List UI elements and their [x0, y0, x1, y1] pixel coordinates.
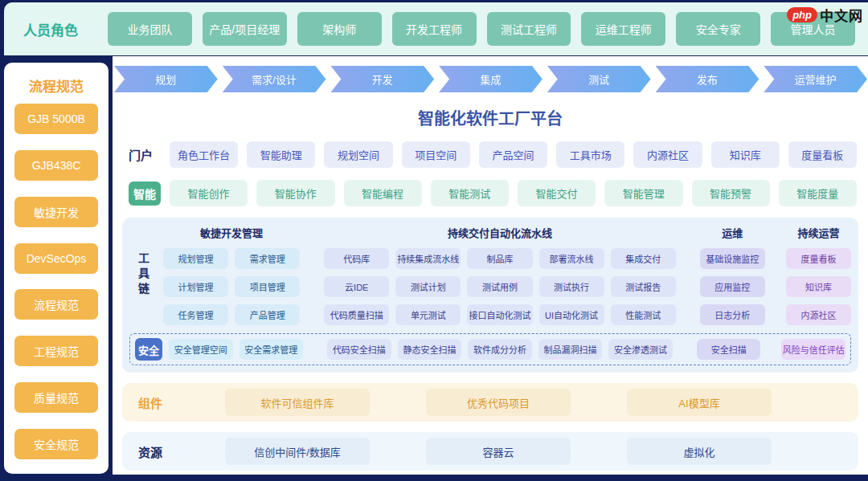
sidebar-item-engineering-spec[interactable]: 工程规范 [14, 336, 98, 366]
portal-item-ai-assistant[interactable]: 智能助理 [247, 141, 315, 168]
ai-item-creation[interactable]: 智能创作 [170, 180, 248, 206]
toolchain-row-2: 计划管理 项目管理 云IDE 测试计划 测试用例 测试执行 测试报告 应用监控 … [163, 276, 851, 297]
security-cell-code-security-scan[interactable]: 代码安全扫描 [327, 339, 391, 360]
ai-item-management[interactable]: 智能管理 [604, 180, 682, 206]
page: 人员角色 业务团队 产品/项目经理 架构师 开发工程师 测试工程师 运维工程师 … [0, 0, 868, 481]
ai-item-coding[interactable]: 智能编程 [344, 180, 422, 206]
toolchain-cell-plan-mgmt[interactable]: 计划管理 [163, 276, 228, 297]
toolchain-cell-innersource-community[interactable]: 内源社区 [786, 304, 851, 325]
ai-row: 智能 智能创作 智能协作 智能编程 智能测试 智能交付 智能管理 智能预警 智能… [129, 180, 857, 206]
main-panel: 规划 需求/设计 开发 集成 测试 发布 运营维护 智能化软件工厂平台 门户 角… [113, 56, 868, 475]
portal-item-metrics-dashboard[interactable]: 度量看板 [788, 141, 857, 168]
flow-stage-integration: 集成 [439, 66, 542, 92]
toolchain-headers: 敏捷开发管理 持续交付自动化流水线 运维 持续运营 [163, 225, 851, 241]
toolchain-cell-ui-auto-test[interactable]: UI自动化测试 [539, 304, 604, 325]
role-button-product-manager[interactable]: 产品/项目经理 [203, 12, 287, 46]
resource-item-xinchuang-middleware-db[interactable]: 信创中间件/数据库 [225, 438, 370, 465]
resource-item-virtualization[interactable]: 虚拟化 [627, 438, 772, 465]
toolchain-cell-ci-pipeline[interactable]: 持续集成流水线 [395, 248, 461, 269]
components-row-label: 组件 [138, 394, 170, 411]
toolchain-cell-performance-test[interactable]: 性能测试 [611, 304, 676, 325]
flow-stage-release: 发布 [656, 66, 760, 92]
role-button-dev-engineer[interactable]: 开发工程师 [392, 12, 477, 46]
toolchain-cell-api-auto-test[interactable]: 接口自动化测试 [467, 304, 532, 325]
sidebar-item-security-spec[interactable]: 安全规范 [14, 429, 98, 459]
ai-item-metrics[interactable]: 智能度量 [779, 180, 857, 206]
role-button-ops-engineer[interactable]: 运维工程师 [581, 12, 665, 46]
toolchain-cell-artifact-repo[interactable]: 制品库 [467, 248, 532, 269]
security-cell-sca[interactable]: 软件成分分析 [468, 339, 532, 360]
toolchain-cell-unit-test[interactable]: 单元测试 [395, 304, 461, 325]
sidebar-item-process-spec[interactable]: 流程规范 [14, 289, 98, 320]
toolchain-cell-product-mgmt[interactable]: 产品管理 [235, 304, 300, 325]
toolchain-cell-app-monitoring[interactable]: 应用监控 [700, 276, 765, 297]
component-item-ai-model-lib[interactable]: AI模型库 [627, 389, 772, 416]
components-row: 组件 软件可信组件库 优秀代码项目 AI模型库 [122, 383, 858, 422]
sidebar-item-gjb438c[interactable]: GJB438C [14, 150, 98, 181]
toolchain-cell-test-case[interactable]: 测试用例 [467, 276, 532, 297]
toolchain-cell-test-plan[interactable]: 测试计划 [395, 276, 461, 297]
portal-item-planning-space[interactable]: 规划空间 [324, 141, 392, 168]
toolchain-cell-integration-delivery[interactable]: 集成交付 [611, 248, 676, 269]
security-cell-security-scan[interactable]: 安全扫描 [697, 339, 761, 360]
toolchain-row-1: 规划管理 需求管理 代码库 持续集成流水线 制品库 部署流水线 集成交付 基础设… [163, 248, 851, 269]
toolchain-cell-task-mgmt[interactable]: 任务管理 [163, 304, 228, 325]
ai-item-testing[interactable]: 智能测试 [431, 180, 509, 206]
security-badge: 安全 [135, 338, 162, 361]
toolchain-cell-knowledge-base[interactable]: 知识库 [786, 276, 851, 297]
component-item-trusted-component-lib[interactable]: 软件可信组件库 [225, 389, 370, 416]
toolchain-vertical-label: 工具链 [129, 225, 157, 325]
security-cells: 安全管理空间 安全需求管理 代码安全扫描 静态安全扫描 软件成分分析 制品漏洞扫… [169, 339, 845, 360]
platform-title: 智能化软件工厂平台 [113, 106, 868, 129]
role-button-security-expert[interactable]: 安全专家 [676, 12, 760, 46]
security-cell-security-req-mgmt[interactable]: 安全需求管理 [240, 339, 304, 360]
toolchain-cell-test-report[interactable]: 测试报告 [611, 276, 676, 297]
ai-item-alerting[interactable]: 智能预警 [692, 180, 770, 206]
sidebar-item-gjb5000b[interactable]: GJB 5000B [14, 104, 98, 134]
header-continuous-ops: 持续运营 [786, 225, 851, 241]
sidebar-item-quality-spec[interactable]: 质量规范 [14, 382, 98, 413]
role-button-architect[interactable]: 架构师 [297, 12, 382, 46]
security-cell-artifact-vuln-scan[interactable]: 制品漏洞扫描 [538, 339, 603, 360]
toolchain-cell-requirements-mgmt[interactable]: 需求管理 [235, 248, 300, 269]
portal-item-knowledge-base[interactable]: 知识库 [711, 141, 780, 168]
ai-row-badge: 智能 [129, 181, 161, 206]
site-logo[interactable]: php 中文网 [787, 5, 863, 25]
toolchain-cell-code-repo[interactable]: 代码库 [324, 248, 389, 269]
toolchain-cell-code-quality-scan[interactable]: 代码质量扫描 [324, 304, 389, 325]
sidebar-title: 流程规范 [14, 75, 98, 96]
toolchain-cell-metrics-dashboard[interactable]: 度量看板 [786, 248, 851, 269]
flow-stage-planning: 规划 [114, 66, 218, 92]
sidebar-item-agile-dev[interactable]: 敏捷开发 [14, 197, 98, 227]
role-button-test-engineer[interactable]: 测试工程师 [487, 12, 571, 46]
toolchain-cell-infra-monitoring[interactable]: 基础设施监控 [700, 248, 765, 269]
toolchain-cell-deploy-pipeline[interactable]: 部署流水线 [539, 248, 604, 269]
sidebar-item-devsecops[interactable]: DevSecOps [14, 243, 98, 274]
header-ops: 运维 [700, 225, 765, 241]
resource-item-container-cloud[interactable]: 容器云 [426, 438, 571, 465]
resources-row: 资源 信创中间件/数据库 容器云 虚拟化 [122, 432, 858, 471]
security-cell-static-security-scan[interactable]: 静态安全扫描 [398, 339, 462, 360]
toolchain-cell-project-mgmt[interactable]: 项目管理 [235, 276, 300, 297]
portal-item-project-space[interactable]: 项目空间 [402, 141, 470, 168]
flow-stage-testing: 测试 [547, 66, 651, 92]
portal-row: 门户 角色工作台 智能助理 规划空间 项目空间 产品空间 工具市场 内源社区 知… [129, 141, 857, 168]
roles-bar: 人员角色 业务团队 产品/项目经理 架构师 开发工程师 测试工程师 运维工程师 … [4, 2, 868, 55]
security-cell-security-mgmt-space[interactable]: 安全管理空间 [169, 339, 233, 360]
portal-item-tool-market[interactable]: 工具市场 [556, 141, 624, 168]
ai-item-delivery[interactable]: 智能交付 [518, 180, 596, 206]
portal-row-label: 门户 [129, 146, 161, 163]
portal-item-innersource-community[interactable]: 内源社区 [633, 141, 702, 168]
portal-item-role-workbench[interactable]: 角色工作台 [170, 141, 238, 168]
ai-item-collaboration[interactable]: 智能协作 [256, 180, 334, 206]
toolchain-cell-planning-mgmt[interactable]: 规划管理 [163, 248, 228, 269]
toolchain-cell-log-analysis[interactable]: 日志分析 [700, 304, 765, 325]
portal-item-product-space[interactable]: 产品空间 [479, 141, 547, 168]
site-logo-text: 中文网 [820, 5, 863, 25]
security-cell-risk-trust-eval[interactable]: 风险与信任评估 [781, 339, 845, 360]
role-button-business-team[interactable]: 业务团队 [108, 12, 192, 46]
security-cell-pentest[interactable]: 安全渗透测试 [608, 339, 673, 360]
component-item-excellent-code-projects[interactable]: 优秀代码项目 [426, 389, 571, 416]
toolchain-cell-test-execution[interactable]: 测试执行 [539, 276, 604, 297]
toolchain-cell-cloud-ide[interactable]: 云IDE [324, 276, 389, 297]
